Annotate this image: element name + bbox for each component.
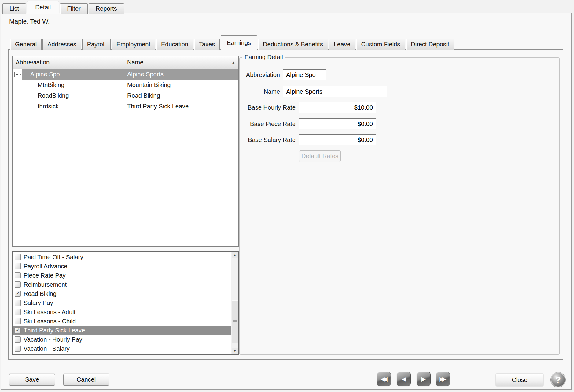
tab-direct-deposit[interactable]: Direct Deposit — [406, 39, 454, 50]
tab-education[interactable]: Education — [156, 39, 193, 50]
checklist-item-label: Ski Lessons - Adult — [24, 309, 75, 316]
checkbox-unchecked-icon[interactable] — [15, 346, 21, 352]
tab-taxes[interactable]: Taxes — [194, 39, 220, 50]
tab-deductions-benefits[interactable]: Deductions & Benefits — [258, 39, 328, 50]
earnings-checklist-item[interactable]: Piece Rate Pay — [13, 271, 231, 280]
earnings-tree-row[interactable]: −Alpine SpoAlpine Sports — [13, 69, 238, 80]
earnings-tree-row[interactable]: thrdsickThird Party Sick Leave — [13, 101, 238, 112]
base-piece-rate-label: Base Piece Rate — [240, 118, 296, 129]
checkbox-unchecked-icon[interactable] — [15, 318, 21, 324]
tree-connector-line — [28, 107, 35, 107]
earnings-checklist-items: Paid Time Off - SalaryPayroll AdvancePie… — [13, 252, 231, 353]
nav-next-record-button[interactable]: ▶ — [417, 372, 431, 386]
tree-abbreviation-text: RoadBiking — [38, 92, 69, 99]
scroll-down-button[interactable]: ▼ — [232, 348, 238, 354]
tree-cell-abbreviation: MtnBiking — [13, 80, 123, 90]
help-button[interactable]: ? — [551, 372, 565, 387]
next-record-icon: ▶ — [421, 376, 426, 383]
checkbox-unchecked-icon[interactable] — [15, 254, 21, 260]
close-button[interactable]: Close — [496, 374, 543, 386]
checkbox-unchecked-icon[interactable] — [15, 281, 21, 288]
checklist-item-label: Road Biking — [24, 290, 57, 297]
base-salary-rate-label: Base Salary Rate — [240, 134, 296, 145]
tree-name-text: Third Party Sick Leave — [123, 101, 238, 112]
base-salary-rate-field[interactable] — [299, 134, 376, 145]
base-hourly-rate-field[interactable] — [299, 102, 376, 113]
checkbox-unchecked-icon[interactable] — [15, 300, 21, 306]
checklist-item-label: Payroll Advance — [24, 263, 67, 270]
checklist-item-label: Salary Pay — [24, 299, 53, 307]
tree-connector-line — [28, 85, 35, 85]
tree-abbreviation-text: MtnBiking — [38, 82, 64, 89]
nav-previous-record-button[interactable]: ◀ — [397, 372, 411, 386]
tab-general[interactable]: General — [10, 39, 42, 50]
save-button[interactable]: Save — [9, 374, 55, 386]
earnings-tree-body: −Alpine SpoAlpine SportsMtnBikingMountai… — [13, 69, 238, 112]
tab-earnings[interactable]: Earnings — [221, 35, 257, 50]
checkbox-checked-icon[interactable]: ✓ — [15, 291, 21, 297]
base-piece-rate-field[interactable] — [299, 118, 376, 129]
checklist-item-label: Vacation - Hourly Pay — [24, 336, 82, 343]
checklist-item-label: Vacation - Salary — [24, 345, 70, 352]
groupbox-title: Earning Detail — [242, 54, 285, 61]
checklist-item-label: Reimbursement — [24, 281, 67, 288]
view-tab-filter[interactable]: Filter — [60, 3, 87, 14]
earnings-checklist-item[interactable]: Salary Pay — [13, 298, 231, 307]
default-rates-button: Default Rates — [299, 150, 341, 162]
checklist-item-label: Ski Lessons - Child — [24, 318, 76, 325]
question-mark-icon: ? — [555, 375, 561, 385]
tree-collapse-icon[interactable]: − — [14, 72, 20, 77]
view-tab-reports[interactable]: Reports — [89, 3, 124, 14]
earnings-checklist-item[interactable]: Vacation - Salary — [13, 344, 231, 353]
earnings-checklist-item[interactable]: Reimbursement — [13, 280, 231, 289]
earnings-checklist-item[interactable]: Vacation - Hourly Pay — [13, 335, 231, 344]
tab-addresses[interactable]: Addresses — [42, 39, 81, 50]
view-tab-detail[interactable]: Detail — [27, 1, 59, 14]
tree-name-text: Alpine Sports — [123, 69, 238, 80]
checklist-item-label: Third Party Sick Leave — [24, 327, 85, 334]
view-tab-list[interactable]: List — [2, 3, 26, 14]
checklist-item-label: Paid Time Off - Salary — [24, 254, 83, 261]
earnings-checklist-item[interactable]: ✓Road Biking — [13, 289, 231, 298]
tree-connector-line — [20, 74, 22, 75]
earnings-checklist-item[interactable]: Ski Lessons - Child — [13, 317, 231, 326]
tree-cell-abbreviation: RoadBiking — [13, 90, 123, 101]
earnings-checklist-item[interactable]: Payroll Advance — [13, 262, 231, 271]
tab-custom-fields[interactable]: Custom Fields — [356, 39, 405, 50]
tab-employment[interactable]: Employment — [112, 39, 155, 50]
tree-name-text: Road Biking — [123, 90, 238, 101]
earning-detail-groupbox: Earning Detail Abbreviation Name Base Ho… — [239, 57, 560, 355]
abbreviation-field[interactable] — [283, 69, 326, 80]
earnings-checklist: Paid Time Off - SalaryPayroll AdvancePie… — [12, 251, 239, 355]
vertical-scrollbar[interactable]: ▲ ▼ — [231, 252, 238, 354]
abbreviation-label: Abbreviation — [240, 69, 280, 80]
main-panel: Abbreviation Name ▲ −Alpine SpoAlpine Sp… — [8, 49, 563, 360]
checkbox-unchecked-icon[interactable] — [15, 272, 21, 278]
scrollbar-thumb[interactable] — [232, 300, 238, 343]
cancel-button[interactable]: Cancel — [63, 374, 109, 386]
tree-abbreviation-text: Alpine Spo — [30, 71, 60, 78]
earnings-tree-row[interactable]: MtnBikingMountain Biking — [13, 80, 238, 90]
earnings-checklist-item[interactable]: Paid Time Off - Salary — [13, 252, 231, 262]
checkbox-unchecked-icon[interactable] — [15, 263, 21, 269]
last-record-icon: ▶▶ — [439, 376, 444, 383]
detail-tab-bar: GeneralAddressesPayrollEmploymentEducati… — [10, 35, 454, 50]
view-tab-bar: ListDetailFilterReports — [2, 0, 124, 14]
scroll-up-button[interactable]: ▲ — [232, 252, 238, 258]
tab-leave[interactable]: Leave — [329, 39, 355, 50]
tree-column-header-abbreviation[interactable]: Abbreviation — [13, 56, 123, 69]
record-name: Maple, Ted W. — [9, 18, 50, 25]
first-record-icon: ◀◀ — [380, 376, 385, 383]
nav-first-record-button[interactable]: ◀◀ — [377, 372, 391, 386]
nav-last-record-button[interactable]: ▶▶ — [436, 372, 450, 386]
sort-ascending-icon[interactable]: ▲ — [231, 60, 235, 65]
checkbox-unchecked-icon[interactable] — [15, 336, 21, 343]
tab-payroll[interactable]: Payroll — [82, 39, 111, 50]
name-field[interactable] — [283, 86, 387, 97]
checkbox-unchecked-icon[interactable] — [15, 309, 21, 315]
checkbox-checked-icon[interactable]: ✓ — [15, 327, 21, 333]
earnings-checklist-item[interactable]: ✓Third Party Sick Leave — [13, 326, 231, 335]
earnings-tree-row[interactable]: RoadBikingRoad Biking — [13, 90, 238, 101]
earnings-checklist-item[interactable]: Ski Lessons - Adult — [13, 307, 231, 317]
tree-column-header-name[interactable]: Name — [123, 56, 238, 69]
